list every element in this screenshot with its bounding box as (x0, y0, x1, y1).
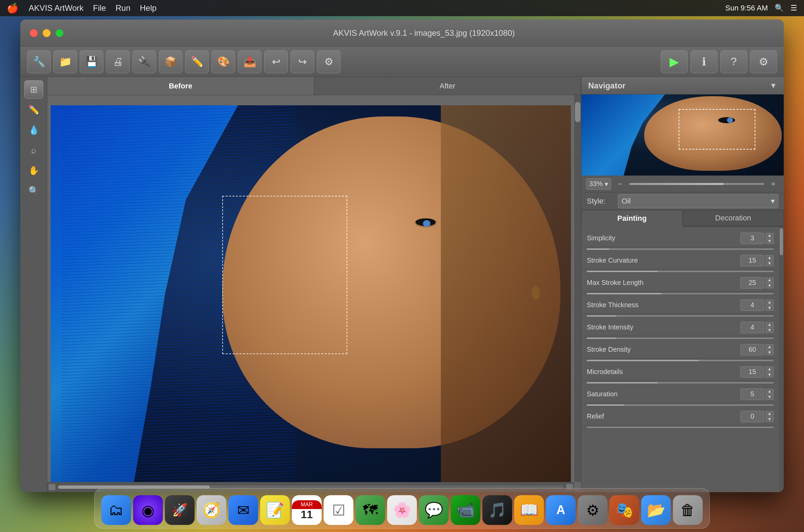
stepper-down-stroke-thickness[interactable]: ▼ (766, 305, 773, 310)
stepper-up-relief[interactable]: ▲ (766, 411, 773, 416)
nav-selection-box (679, 109, 756, 150)
stepper-up-microdetails[interactable]: ▲ (766, 366, 773, 372)
tab-decoration[interactable]: Decoration (683, 210, 784, 226)
dock-item-facetime[interactable]: 📹 (451, 495, 480, 525)
stepper-down-stroke-density[interactable]: ▼ (766, 350, 773, 355)
stepper-up-stroke-curvature[interactable]: ▲ (766, 255, 773, 260)
stepper-down-max-stroke-length[interactable]: ▼ (766, 283, 773, 288)
dock-item-appstore[interactable]: A (546, 495, 575, 525)
close-button[interactable] (30, 29, 38, 37)
dock-item-photos[interactable]: 🌸 (387, 495, 417, 525)
tab-before[interactable]: Before (47, 77, 314, 95)
menubar-search-icon[interactable]: 🔍 (774, 4, 784, 13)
setting-input-simplicity[interactable] (741, 233, 764, 244)
toolbar-save-btn[interactable]: 💾 (80, 50, 103, 73)
maximize-button[interactable] (55, 29, 63, 37)
setting-input-stroke-curvature[interactable] (741, 255, 764, 266)
canvas-scrollbar-v-thumb[interactable] (575, 102, 580, 122)
setting-input-microdetails[interactable] (741, 366, 764, 378)
stepper-up-simplicity[interactable]: ▲ (766, 233, 773, 238)
toolbar-print-btn[interactable]: 🖨 (106, 50, 130, 73)
toolbar-prefs-btn[interactable]: ⚙ (317, 50, 341, 73)
app-window: AKVIS ArtWork v.9.1 - images_53.jpg (192… (20, 20, 784, 492)
toolbar-run-btn[interactable]: ▶ (661, 50, 688, 73)
menu-file[interactable]: File (93, 3, 106, 13)
toolbar-info-btn[interactable]: ℹ (691, 50, 717, 73)
setting-input-stroke-density[interactable] (741, 344, 764, 356)
menu-run[interactable]: Run (115, 3, 130, 13)
tab-after[interactable]: After (314, 77, 581, 95)
navigator-collapse-btn[interactable]: ▼ (770, 81, 777, 90)
tool-select[interactable]: ⊞ (24, 80, 43, 99)
dock-item-music[interactable]: 🎵 (482, 495, 512, 525)
toolbar-help-btn[interactable]: ? (720, 50, 747, 73)
right-panel-scrollbar[interactable] (779, 227, 784, 492)
dock-item-trash[interactable]: 🗑 (673, 495, 703, 525)
canvas-viewport[interactable] (47, 95, 581, 492)
toolbar-settings-btn[interactable]: 🔧 (27, 50, 51, 73)
zoom-out-btn[interactable]: − (615, 178, 626, 190)
minimize-button[interactable] (42, 29, 51, 37)
dock-item-files[interactable]: 📂 (641, 495, 671, 525)
toolbar-settings2-btn[interactable]: ⚙ (750, 50, 777, 73)
dock-item-sysprefs[interactable]: ⚙ (578, 495, 607, 525)
stepper-up-stroke-intensity[interactable]: ▲ (766, 322, 773, 327)
stepper-up-saturation[interactable]: ▲ (766, 389, 773, 394)
dock-item-finder[interactable]: 🗂 (101, 495, 131, 525)
dock-item-reminders[interactable]: ☑ (324, 495, 353, 525)
setting-input-max-stroke-length[interactable] (741, 277, 764, 289)
stepper-down-saturation[interactable]: ▼ (766, 395, 773, 400)
toolbar-plugin-btn[interactable]: 🔌 (132, 50, 156, 73)
tool-eraser[interactable]: 💧 (24, 121, 43, 139)
stepper-down-stroke-intensity[interactable]: ▼ (766, 328, 773, 333)
dock-item-calendar[interactable]: MAR 11 (292, 495, 322, 525)
tab-painting[interactable]: Painting (581, 210, 683, 227)
menubar-list-icon[interactable]: ☰ (790, 4, 797, 13)
menu-help[interactable]: Help (140, 3, 157, 13)
stepper-up-max-stroke-length[interactable]: ▲ (766, 278, 773, 283)
toolbar-undo-btn[interactable]: ↩ (264, 50, 288, 73)
dock-item-siri[interactable]: ◉ (133, 495, 163, 525)
apple-menu[interactable]: 🍎 (7, 3, 19, 14)
toolbar-export-btn[interactable]: 📤 (238, 50, 261, 73)
toolbar-redo-btn[interactable]: ↪ (291, 50, 314, 73)
menu-app-name[interactable]: AKVIS ArtWork (29, 3, 84, 13)
slider-row-relief (581, 425, 779, 430)
setting-input-stroke-thickness[interactable] (741, 299, 764, 311)
stepper-down-simplicity[interactable]: ▼ (766, 239, 773, 244)
tool-crop[interactable]: ⌕ (24, 141, 43, 159)
style-select[interactable]: Oil ▾ (618, 194, 778, 208)
right-panel-scrollbar-thumb[interactable] (780, 228, 783, 255)
setting-input-relief[interactable] (741, 411, 764, 422)
tool-zoom[interactable]: 🔍 (24, 182, 43, 200)
stepper-up-stroke-thickness[interactable]: ▲ (766, 300, 773, 305)
dock-item-mail[interactable]: ✉ (229, 495, 258, 525)
toolbar-batch-btn[interactable]: 📦 (159, 50, 182, 73)
stepper-up-stroke-density[interactable]: ▲ (766, 344, 773, 349)
dock-item-artwork[interactable]: 🎭 (609, 495, 639, 525)
setting-stepper-relief: ▲ ▼ (766, 411, 773, 422)
zoom-slider[interactable] (629, 183, 764, 185)
tool-hand[interactable]: ✋ (24, 162, 43, 179)
dock-item-safari[interactable]: 🧭 (197, 495, 226, 525)
dock-item-maps[interactable]: 🗺 (355, 495, 385, 525)
zoom-select[interactable]: 33% ▾ (586, 178, 611, 190)
setting-input-stroke-intensity[interactable] (741, 322, 764, 333)
setting-stepper-microdetails: ▲ ▼ (766, 366, 773, 377)
stepper-down-microdetails[interactable]: ▼ (766, 372, 773, 377)
toolbar-eraser-btn[interactable]: 🎨 (212, 50, 235, 73)
dock-item-notes[interactable]: 📝 (260, 495, 290, 525)
dock-item-launchpad[interactable]: 🚀 (165, 495, 195, 525)
setting-input-saturation[interactable] (741, 388, 764, 400)
canvas-scrollbar-v[interactable] (574, 95, 581, 482)
setting-value-max-stroke-length: ▲ ▼ (741, 277, 773, 289)
toolbar-open-btn[interactable]: 📁 (53, 50, 77, 73)
zoom-in-btn[interactable]: + (768, 178, 779, 190)
tool-brush[interactable]: ✏️ (24, 100, 43, 119)
toolbar-brush-btn[interactable]: ✏️ (185, 50, 209, 73)
scrollbar-left-btn[interactable] (49, 484, 55, 490)
stepper-down-stroke-curvature[interactable]: ▼ (766, 261, 773, 266)
stepper-down-relief[interactable]: ▼ (766, 417, 773, 422)
dock-item-messages[interactable]: 💬 (419, 495, 449, 525)
dock-item-books[interactable]: 📖 (514, 495, 544, 525)
